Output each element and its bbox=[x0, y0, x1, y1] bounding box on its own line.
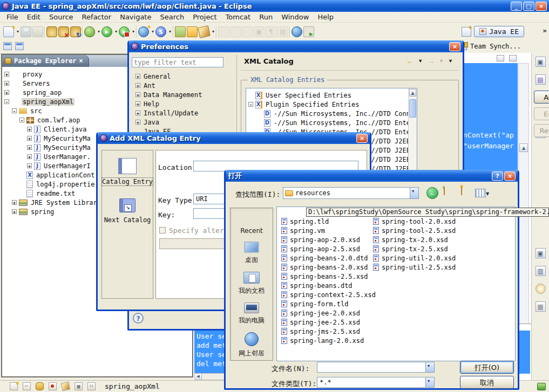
toolbar-button[interactable] bbox=[101, 26, 112, 37]
restore-view-icon[interactable] bbox=[3, 42, 12, 50]
back-icon[interactable]: ← bbox=[406, 57, 414, 65]
menu-item[interactable]: Help bbox=[313, 12, 338, 22]
view-menu-icon[interactable]: ▼ bbox=[448, 58, 453, 64]
file-item[interactable]: spring-tool-2.5.xsd bbox=[373, 226, 456, 235]
file-item[interactable]: spring-form.tld bbox=[281, 299, 376, 308]
dropdown-icon[interactable] bbox=[425, 377, 434, 387]
catalog-entry-item[interactable]: -//Sun Microsystems, Inc.//DTD Enterpri bbox=[246, 118, 417, 127]
filter-input[interactable] bbox=[132, 57, 223, 67]
expander-icon[interactable]: - bbox=[248, 102, 253, 107]
expander-icon[interactable]: + bbox=[12, 209, 17, 214]
scrollbar-thumb[interactable] bbox=[409, 99, 416, 118]
restore-button[interactable]: □ bbox=[523, 2, 534, 11]
expander-icon[interactable]: + bbox=[135, 101, 140, 106]
file-item[interactable]: spring-aop-2.0.xsd bbox=[281, 235, 376, 244]
toolbar-button[interactable] bbox=[230, 26, 241, 37]
place-item[interactable]: 我的电脑 bbox=[231, 302, 273, 325]
help-button[interactable]: ? bbox=[133, 313, 144, 324]
toolbar-button[interactable] bbox=[254, 26, 265, 37]
editor-shortcut-icon[interactable] bbox=[15, 42, 24, 50]
file-item[interactable]: spring-beans-2.0.dtd bbox=[281, 253, 376, 263]
perspective-java-ee-button[interactable]: Java EE bbox=[474, 26, 524, 37]
open-dialog-close-button[interactable]: × bbox=[504, 171, 516, 181]
menu-item[interactable]: Tomcat bbox=[221, 12, 255, 22]
editor-scrollbar[interactable]: ▲ bbox=[518, 63, 529, 324]
place-item[interactable]: Recent bbox=[231, 212, 273, 235]
menu-item[interactable]: Navigate bbox=[116, 12, 155, 22]
minimize-button[interactable]: _ bbox=[511, 2, 522, 11]
view-button[interactable] bbox=[536, 301, 546, 312]
toolbar-button[interactable] bbox=[292, 26, 302, 37]
scroll-left-icon[interactable]: ◀ bbox=[195, 374, 202, 380]
file-item[interactable]: spring-tx-2.5.xsd bbox=[373, 244, 456, 253]
forward-icon[interactable]: → bbox=[427, 57, 435, 65]
toolbar-button[interactable] bbox=[46, 26, 57, 37]
preferences-tree-item[interactable]: + Help bbox=[133, 99, 203, 108]
catalog-entry-item[interactable]: - Plugin Specified Entries bbox=[246, 100, 417, 109]
file-item[interactable]: spring-context-2.5.xsd bbox=[281, 290, 376, 299]
toolbar-button[interactable] bbox=[175, 26, 186, 37]
up-level-icon[interactable] bbox=[444, 187, 445, 195]
expander-icon[interactable]: + bbox=[135, 120, 140, 125]
status-button[interactable] bbox=[62, 382, 70, 390]
menu-item[interactable]: Window bbox=[277, 12, 313, 22]
back-icon[interactable] bbox=[426, 187, 438, 199]
expander-icon[interactable]: + bbox=[135, 74, 140, 79]
file-item[interactable]: spring-beans-2.0.xsd bbox=[281, 263, 376, 272]
view-button[interactable] bbox=[536, 266, 546, 276]
toolbar-button[interactable] bbox=[84, 26, 95, 37]
file-type-select[interactable]: *.* bbox=[317, 377, 435, 388]
file-item[interactable]: spring-util-2.5.xsd bbox=[373, 263, 456, 272]
expander-icon[interactable]: + bbox=[27, 136, 32, 141]
edit-button[interactable]: Edit... bbox=[534, 107, 549, 120]
status-button[interactable] bbox=[36, 382, 44, 390]
add-dialog-close-button[interactable]: × bbox=[356, 134, 368, 143]
expander-icon[interactable]: + bbox=[27, 163, 32, 168]
perspective-more-button[interactable]: » bbox=[543, 27, 547, 35]
remove-button[interactable]: Remove bbox=[534, 124, 549, 137]
preferences-tree-item[interactable]: + Java bbox=[133, 118, 203, 127]
close-button[interactable]: × bbox=[536, 2, 547, 11]
views-menu-icon[interactable] bbox=[475, 189, 486, 197]
toolbar-button[interactable] bbox=[216, 26, 217, 38]
menu-item[interactable]: Refactor bbox=[78, 12, 116, 22]
minimize-editor-icon[interactable] bbox=[497, 55, 504, 61]
open-dialog-titlebar[interactable]: 打开 ? × bbox=[226, 170, 518, 182]
menu-item[interactable]: Edit bbox=[23, 12, 45, 22]
scroll-up-icon[interactable]: ▲ bbox=[409, 89, 416, 97]
expander-icon[interactable]: + bbox=[4, 72, 9, 77]
expander-icon[interactable]: + bbox=[135, 111, 140, 115]
tab-package-explorer[interactable]: Package Explorer × bbox=[2, 55, 89, 67]
toolbar-button[interactable] bbox=[173, 26, 174, 38]
toolbar-button[interactable] bbox=[136, 26, 137, 38]
file-item[interactable]: spring-beans.dtd bbox=[281, 281, 376, 290]
view-button[interactable] bbox=[536, 284, 546, 294]
file-item[interactable]: spring-aop-2.5.xsd bbox=[281, 244, 376, 253]
toolbar-button[interactable] bbox=[303, 26, 314, 37]
preferences-close-button[interactable]: × bbox=[449, 42, 460, 51]
titlebar[interactable]: Java EE - spring_aopXml/src/com/lwf/aop/… bbox=[0, 0, 549, 12]
help-button[interactable]: ? bbox=[492, 171, 503, 181]
place-item[interactable]: 桌面 bbox=[231, 242, 273, 265]
file-name-input[interactable] bbox=[317, 362, 435, 373]
menu-item[interactable]: File bbox=[2, 12, 23, 22]
catalog-entry-item[interactable]: User Specified Entries bbox=[246, 91, 417, 100]
add-button[interactable]: Add... bbox=[534, 91, 549, 104]
toolbar-button[interactable] bbox=[266, 26, 276, 37]
toolbar-button[interactable] bbox=[187, 26, 198, 37]
preferences-tree-item[interactable]: + General bbox=[133, 72, 203, 81]
status-button[interactable] bbox=[10, 382, 18, 390]
expander-icon[interactable]: + bbox=[4, 90, 9, 95]
expander-icon[interactable]: + bbox=[27, 127, 32, 132]
status-button[interactable] bbox=[49, 382, 57, 390]
status-button[interactable] bbox=[74, 382, 83, 390]
dropdown-icon[interactable] bbox=[425, 362, 434, 372]
menu-item[interactable]: Source bbox=[45, 12, 78, 22]
look-in-select[interactable]: resources bbox=[283, 187, 419, 199]
perspective-team-synch-button[interactable]: Team Synch... bbox=[459, 43, 521, 50]
expander-icon[interactable]: - bbox=[4, 99, 9, 104]
toolbar-button[interactable] bbox=[58, 26, 69, 37]
expander-icon[interactable]: + bbox=[27, 145, 32, 150]
toolbar-button[interactable] bbox=[32, 26, 43, 37]
catalog-type-item[interactable]: Catalog Entry bbox=[102, 158, 153, 185]
